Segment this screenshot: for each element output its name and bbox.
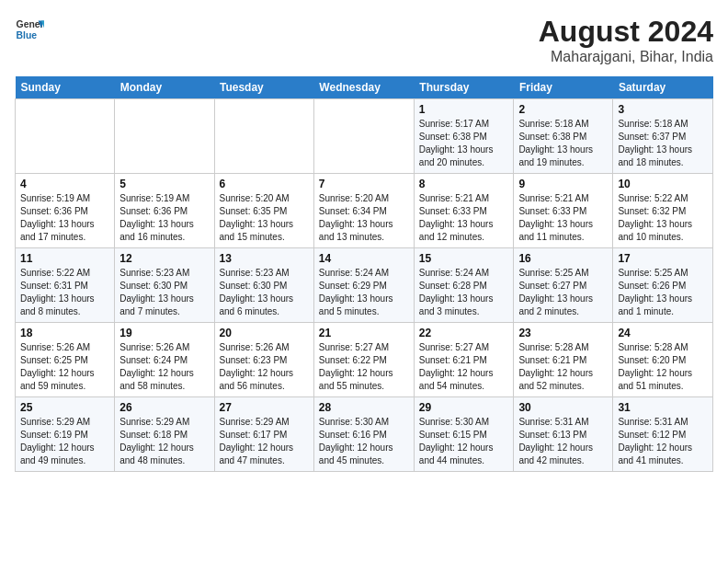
- calendar-week-2: 4Sunrise: 5:19 AM Sunset: 6:36 PM Daylig…: [16, 174, 713, 248]
- calendar-cell: 19Sunrise: 5:26 AM Sunset: 6:24 PM Dayli…: [115, 323, 214, 397]
- page-header: General Blue August 2024 Maharajgani, Bi…: [15, 15, 713, 65]
- day-number: 24: [618, 327, 708, 339]
- calendar-cell: 4Sunrise: 5:19 AM Sunset: 6:36 PM Daylig…: [16, 174, 115, 248]
- day-info: Sunrise: 5:24 AM Sunset: 6:28 PM Dayligh…: [419, 267, 509, 318]
- day-number: 25: [20, 401, 109, 414]
- calendar-week-4: 18Sunrise: 5:26 AM Sunset: 6:25 PM Dayli…: [16, 323, 713, 397]
- day-info: Sunrise: 5:30 AM Sunset: 6:15 PM Dayligh…: [419, 416, 509, 467]
- day-number: 7: [319, 178, 409, 190]
- page-subtitle: Maharajgani, Bihar, India: [539, 49, 713, 65]
- calendar-cell: 28Sunrise: 5:30 AM Sunset: 6:16 PM Dayli…: [313, 397, 414, 472]
- calendar-cell: 31Sunrise: 5:31 AM Sunset: 6:12 PM Dayli…: [613, 397, 713, 472]
- day-info: Sunrise: 5:28 AM Sunset: 6:21 PM Dayligh…: [518, 341, 608, 393]
- calendar-cell: 22Sunrise: 5:27 AM Sunset: 6:21 PM Dayli…: [414, 323, 514, 397]
- calendar-cell: 23Sunrise: 5:28 AM Sunset: 6:21 PM Dayli…: [514, 323, 613, 397]
- calendar-cell: 18Sunrise: 5:26 AM Sunset: 6:25 PM Dayli…: [16, 323, 115, 397]
- calendar-cell: 2Sunrise: 5:18 AM Sunset: 6:38 PM Daylig…: [514, 99, 613, 174]
- day-info: Sunrise: 5:29 AM Sunset: 6:19 PM Dayligh…: [20, 416, 109, 467]
- day-number: 29: [419, 401, 509, 414]
- calendar-cell: 11Sunrise: 5:22 AM Sunset: 6:31 PM Dayli…: [16, 248, 115, 323]
- day-info: Sunrise: 5:30 AM Sunset: 6:16 PM Dayligh…: [319, 416, 409, 467]
- calendar-cell: 12Sunrise: 5:23 AM Sunset: 6:30 PM Dayli…: [115, 248, 214, 323]
- day-info: Sunrise: 5:26 AM Sunset: 6:25 PM Dayligh…: [20, 341, 109, 393]
- day-info: Sunrise: 5:21 AM Sunset: 6:33 PM Dayligh…: [419, 192, 509, 244]
- calendar-cell: [115, 99, 214, 174]
- day-number: 4: [20, 178, 109, 190]
- day-number: 26: [119, 401, 209, 414]
- day-number: 28: [319, 401, 409, 414]
- calendar-cell: 3Sunrise: 5:18 AM Sunset: 6:37 PM Daylig…: [613, 99, 713, 174]
- day-info: Sunrise: 5:25 AM Sunset: 6:26 PM Dayligh…: [618, 267, 708, 318]
- day-number: 16: [518, 252, 608, 265]
- day-info: Sunrise: 5:26 AM Sunset: 6:24 PM Dayligh…: [119, 341, 209, 393]
- day-number: 3: [618, 103, 708, 116]
- day-info: Sunrise: 5:28 AM Sunset: 6:20 PM Dayligh…: [618, 341, 708, 393]
- column-header-thursday: Thursday: [414, 76, 514, 99]
- day-info: Sunrise: 5:23 AM Sunset: 6:30 PM Dayligh…: [119, 267, 209, 318]
- day-number: 13: [220, 252, 309, 265]
- calendar-cell: 13Sunrise: 5:23 AM Sunset: 6:30 PM Dayli…: [214, 248, 313, 323]
- day-number: 12: [119, 252, 209, 265]
- day-info: Sunrise: 5:26 AM Sunset: 6:23 PM Dayligh…: [220, 341, 309, 393]
- calendar-cell: 14Sunrise: 5:24 AM Sunset: 6:29 PM Dayli…: [313, 248, 414, 323]
- calendar-cell: 30Sunrise: 5:31 AM Sunset: 6:13 PM Dayli…: [514, 397, 613, 472]
- day-info: Sunrise: 5:21 AM Sunset: 6:33 PM Dayligh…: [518, 192, 608, 244]
- day-info: Sunrise: 5:24 AM Sunset: 6:29 PM Dayligh…: [319, 267, 409, 318]
- day-number: 30: [518, 401, 608, 414]
- calendar-cell: 9Sunrise: 5:21 AM Sunset: 6:33 PM Daylig…: [514, 174, 613, 248]
- page-title: August 2024: [539, 15, 713, 49]
- calendar-cell: 5Sunrise: 5:19 AM Sunset: 6:36 PM Daylig…: [115, 174, 214, 248]
- day-info: Sunrise: 5:25 AM Sunset: 6:27 PM Dayligh…: [518, 267, 608, 318]
- calendar-cell: 6Sunrise: 5:20 AM Sunset: 6:35 PM Daylig…: [214, 174, 313, 248]
- day-info: Sunrise: 5:27 AM Sunset: 6:22 PM Dayligh…: [319, 341, 409, 393]
- day-number: 10: [618, 178, 708, 190]
- day-info: Sunrise: 5:31 AM Sunset: 6:13 PM Dayligh…: [518, 416, 608, 467]
- day-number: 6: [220, 178, 309, 190]
- day-info: Sunrise: 5:29 AM Sunset: 6:17 PM Dayligh…: [220, 416, 309, 467]
- calendar-cell: 8Sunrise: 5:21 AM Sunset: 6:33 PM Daylig…: [414, 174, 514, 248]
- day-number: 21: [319, 327, 409, 339]
- calendar-cell: [313, 99, 414, 174]
- day-info: Sunrise: 5:23 AM Sunset: 6:30 PM Dayligh…: [220, 267, 309, 318]
- column-header-saturday: Saturday: [613, 76, 713, 99]
- logo-icon: General Blue: [15, 15, 44, 44]
- title-block: August 2024 Maharajgani, Bihar, India: [539, 15, 713, 65]
- day-info: Sunrise: 5:20 AM Sunset: 6:34 PM Dayligh…: [319, 192, 409, 244]
- day-number: 19: [119, 327, 209, 339]
- day-number: 23: [518, 327, 608, 339]
- calendar-cell: 24Sunrise: 5:28 AM Sunset: 6:20 PM Dayli…: [613, 323, 713, 397]
- day-info: Sunrise: 5:18 AM Sunset: 6:37 PM Dayligh…: [618, 118, 708, 169]
- day-number: 31: [618, 401, 708, 414]
- day-number: 20: [220, 327, 309, 339]
- day-number: 22: [419, 327, 509, 339]
- calendar-cell: 26Sunrise: 5:29 AM Sunset: 6:18 PM Dayli…: [115, 397, 214, 472]
- day-number: 11: [20, 252, 109, 265]
- day-info: Sunrise: 5:31 AM Sunset: 6:12 PM Dayligh…: [618, 416, 708, 467]
- day-number: 18: [20, 327, 109, 339]
- svg-text:Blue: Blue: [17, 30, 38, 40]
- calendar-cell: 7Sunrise: 5:20 AM Sunset: 6:34 PM Daylig…: [313, 174, 414, 248]
- calendar-cell: 25Sunrise: 5:29 AM Sunset: 6:19 PM Dayli…: [16, 397, 115, 472]
- day-number: 5: [119, 178, 209, 190]
- calendar-cell: [214, 99, 313, 174]
- logo: General Blue: [15, 15, 44, 44]
- calendar-cell: 21Sunrise: 5:27 AM Sunset: 6:22 PM Dayli…: [313, 323, 414, 397]
- day-number: 8: [419, 178, 509, 190]
- calendar-cell: 1Sunrise: 5:17 AM Sunset: 6:38 PM Daylig…: [414, 99, 514, 174]
- day-number: 9: [518, 178, 608, 190]
- day-number: 14: [319, 252, 409, 265]
- day-info: Sunrise: 5:29 AM Sunset: 6:18 PM Dayligh…: [119, 416, 209, 467]
- day-info: Sunrise: 5:19 AM Sunset: 6:36 PM Dayligh…: [119, 192, 209, 244]
- calendar-week-1: 1Sunrise: 5:17 AM Sunset: 6:38 PM Daylig…: [16, 99, 713, 174]
- calendar-week-3: 11Sunrise: 5:22 AM Sunset: 6:31 PM Dayli…: [16, 248, 713, 323]
- day-info: Sunrise: 5:22 AM Sunset: 6:31 PM Dayligh…: [20, 267, 109, 318]
- day-info: Sunrise: 5:27 AM Sunset: 6:21 PM Dayligh…: [419, 341, 509, 393]
- day-number: 2: [518, 103, 608, 116]
- day-info: Sunrise: 5:17 AM Sunset: 6:38 PM Dayligh…: [419, 118, 509, 169]
- column-header-friday: Friday: [514, 76, 613, 99]
- day-number: 15: [419, 252, 509, 265]
- calendar-week-5: 25Sunrise: 5:29 AM Sunset: 6:19 PM Dayli…: [16, 397, 713, 472]
- calendar-cell: 27Sunrise: 5:29 AM Sunset: 6:17 PM Dayli…: [214, 397, 313, 472]
- day-number: 1: [419, 103, 509, 116]
- calendar-cell: 16Sunrise: 5:25 AM Sunset: 6:27 PM Dayli…: [514, 248, 613, 323]
